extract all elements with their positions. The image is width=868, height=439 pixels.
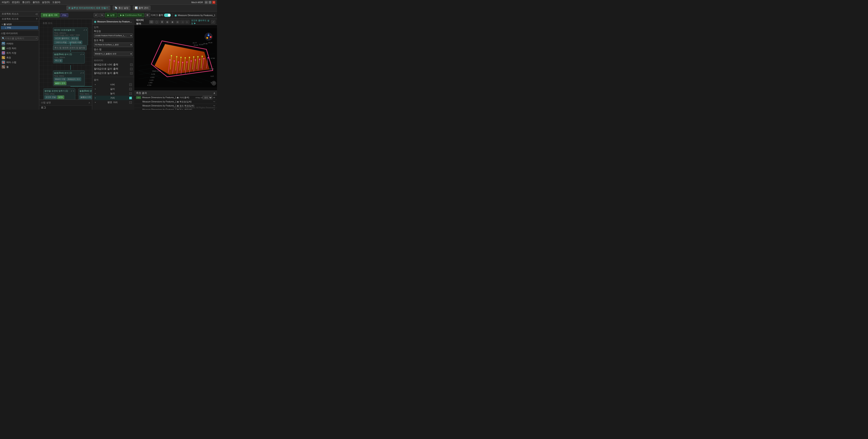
tag-node4a-2[interactable]: 방면1 — [57, 96, 64, 99]
tag-node2-1[interactable]: 루스 맵 — [54, 59, 63, 62]
category-locate[interactable]: 📍 위치 지정 — [1, 50, 38, 55]
point-cloud-settings-button[interactable]: 포인트 클라우드 설정 ▶ — [191, 19, 209, 25]
output-check-height[interactable] — [129, 92, 132, 95]
project-list-title: 프로젝트 리스트 — [2, 18, 19, 21]
tag-node3-3[interactable]: 블롭의 면적 — [54, 81, 66, 85]
node1-time1: Time: 1801ms — [54, 32, 87, 34]
svg-text:9.37: 9.37 — [211, 75, 214, 77]
category-measure[interactable]: 📏 측정 — [1, 55, 38, 60]
feature-point-select[interactable]: Locate Feature Point of Surface_1_특징점 ▾ — [94, 33, 133, 38]
menu-comm[interactable]: 통신(C) — [22, 1, 30, 4]
menu-file[interactable]: 파일(F) — [2, 1, 9, 4]
flow-node-2[interactable]: 블롭(Blob) 분석 (1) ✓ + Time: 380ms 루스 맵 — [53, 52, 85, 64]
flow-node-3[interactable]: 블롭(Blob) 분석 (2) ✓ + Time: 83ms Blob의 이형 … — [53, 70, 85, 86]
svg-point-53 — [193, 56, 194, 58]
category-meta[interactable]: 🔖 메타 스텝 — [1, 60, 38, 65]
tag-grayscale[interactable]: 그레이스케일 — [54, 41, 68, 44]
flow-node-4b[interactable]: 블롭(Blob) 분석 (1) ✓ + Time: 89ms 블롭(s) 수취 — [79, 89, 92, 100]
close-button[interactable]: ✕ — [212, 1, 215, 4]
dv-btn-7[interactable]: ◁ — [180, 20, 185, 24]
results-collapse-icon[interactable]: ∧ — [213, 92, 215, 95]
ref-feature-select[interactable]: Fit Plane to Surface_1_평면 ▾ — [94, 42, 133, 47]
output-item-plane-distance[interactable]: ▾ 평면 거리 — [94, 100, 133, 105]
depth-map-select[interactable]: Blob분석_2_블롭(n) 표면 ▾ — [94, 52, 133, 56]
tool-icon: 🔧 — [2, 65, 5, 69]
node3-controls[interactable]: ✓ + — [80, 72, 84, 74]
menu-bar[interactable]: 파일(F) 편집(E) 통신(C) 플릿(I) 설정(S) 도움(H) — [2, 1, 60, 4]
param-width-checkbox[interactable] — [130, 64, 133, 66]
search-input[interactable] — [5, 37, 36, 40]
dv-btn-2[interactable]: ◯ — [154, 20, 159, 24]
menu-fleet[interactable]: 플릿(I) — [33, 1, 39, 4]
dv-btn-6[interactable]: ▤ — [175, 20, 180, 24]
category-photo[interactable]: 🖼 사전 처리 — [1, 46, 38, 50]
param-height-checkbox[interactable] — [130, 72, 133, 74]
undo-button[interactable]: ↩ — [94, 13, 98, 17]
dv-btn-1[interactable]: ☐ — [149, 20, 154, 24]
category-camera[interactable]: 📷 카메라 — [1, 41, 38, 46]
svg-point-35 — [190, 60, 192, 62]
output-item-height[interactable]: ▾ 높이 — [94, 91, 133, 96]
redo-button[interactable]: ↪ — [99, 13, 104, 17]
collapse-button[interactable]: ◁ — [35, 12, 37, 15]
top-toolbar: ⊞ 슬루션 라이브러리에서 새로 만들기 📡 통신 설정 📊 출력 관리 — [0, 5, 217, 11]
continuous-run-button[interactable]: ▶ ▶ Continuous Run — [118, 13, 144, 17]
node1-controls[interactable]: ✓ + — [84, 29, 87, 31]
result-mode-select[interactable]: 모드 — [203, 96, 212, 99]
solution-library-button[interactable]: ⊞ 슬루션 라이브러리에서 새로 만들기 — [66, 6, 110, 10]
result-eye-2[interactable]: 〜 — [213, 100, 215, 103]
debug-toggle[interactable] — [164, 13, 171, 17]
dv-btn-8[interactable]: ▷ — [185, 20, 189, 24]
tag-depth-map[interactable]: 점도 맵 — [70, 37, 79, 40]
output-item-length[interactable]: ▾ 길이 — [94, 87, 133, 91]
output-check-distance[interactable] — [129, 97, 132, 99]
output-check-width[interactable] — [129, 83, 132, 86]
maximize-button[interactable]: ☐ — [209, 1, 212, 4]
minimize-button[interactable]: — — [205, 1, 208, 4]
output-check-plane[interactable] — [129, 101, 132, 104]
run-button[interactable]: ▶ 실행 — [105, 13, 117, 18]
output-item-distance[interactable]: ▾ 거리 — [94, 96, 133, 100]
tag-scale[interactable]: 스케일된 비율 — [68, 41, 82, 44]
dv-btn-4[interactable]: ▦ — [165, 20, 169, 24]
tag-node4a-1[interactable]: 포인트 전달 — [44, 96, 57, 99]
menu-help[interactable]: 도움(H) — [52, 1, 60, 4]
tag-node3-2[interactable]: Blob(s)의 개수 — [67, 77, 81, 81]
node4a-time: Time: 17ms — [44, 93, 74, 95]
tag-node4b-1[interactable]: 블롭(s) 수취 — [80, 96, 92, 99]
result-eye-1[interactable]: 👁 — [213, 97, 215, 99]
output-item-width[interactable]: ▾ 너비 — [94, 82, 133, 87]
flow-node-1[interactable]: 데이터 프로파일화 (1) ✓ + Time: 1801ms depth ima… — [53, 28, 88, 45]
result-row-1: OK Measure Dimensions by Features_1 ▣ 거리… — [134, 96, 217, 100]
step-settings-expand-icon[interactable]: ∧ — [88, 101, 90, 104]
ref-feature-dropdown-icon: ▾ — [130, 44, 132, 46]
search-box[interactable]: 🔍 + — [1, 36, 38, 40]
feature-point-label: 특징점 — [94, 30, 133, 33]
dv-expand-button[interactable]: ⤢ — [211, 20, 215, 24]
tree-item-msr[interactable]: ▾ ▦ MSR — [1, 23, 38, 26]
output-label-height: 높이 — [110, 92, 115, 95]
settings-button[interactable]: ⚙ — [145, 13, 150, 17]
output-check-length[interactable] — [129, 88, 132, 90]
node2-controls[interactable]: ✓ + — [80, 53, 84, 56]
output-manager-button[interactable]: 📊 출력 관리 — [133, 6, 151, 10]
tree-item-pin[interactable]: ↕ PIN — [1, 26, 38, 29]
dv-btn-5[interactable]: ▣ — [170, 20, 175, 24]
dv-btn-3[interactable]: 🖼 — [160, 20, 164, 24]
param-length-checkbox[interactable] — [130, 68, 133, 70]
menu-edit[interactable]: 편집(E) — [12, 1, 20, 4]
menu-settings[interactable]: 설정(S) — [42, 1, 50, 4]
flow-node-4a[interactable]: 평면을 표면에 맞추기 (1) ✓ + Time: 17ms 포인트 전달 방면… — [43, 89, 75, 100]
window-controls[interactable]: — ☐ ✕ — [205, 1, 215, 4]
result-eye-4[interactable]: 👁 — [213, 109, 215, 110]
svg-point-34 — [186, 61, 188, 63]
project-list-header: 프로젝트 리스트 ? — [0, 16, 39, 22]
output-arrow-length: ▾ — [95, 88, 96, 90]
svg-text:19.34: 19.34 — [208, 42, 213, 44]
node4a-controls[interactable]: ✓ + — [71, 90, 74, 92]
comm-settings-button[interactable]: 📡 통신 설정 — [113, 6, 130, 10]
tag-point-cloud[interactable]: 포인트 클라우드 — [54, 37, 70, 40]
category-tool[interactable]: 🔧 툴 — [1, 65, 38, 69]
tag-node3-1[interactable]: Blob의 이형 — [54, 77, 66, 81]
result-mode-selector[interactable]: 모드 — [203, 96, 212, 99]
